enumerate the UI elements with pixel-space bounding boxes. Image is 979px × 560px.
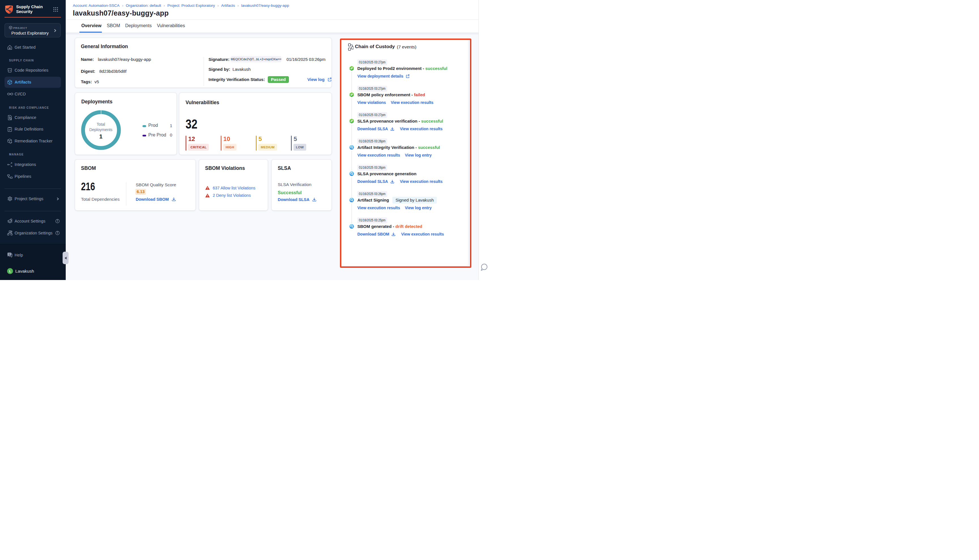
- svg-text:?: ?: [9, 253, 10, 256]
